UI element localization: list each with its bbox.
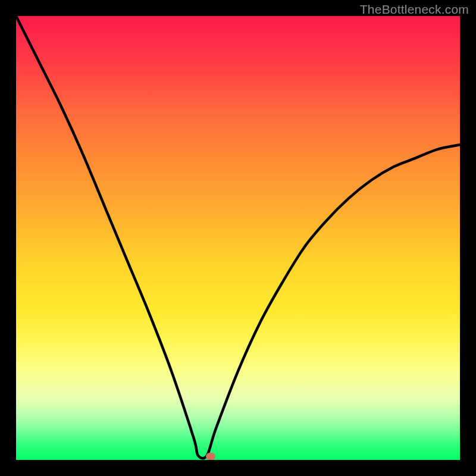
plot-area bbox=[16, 16, 460, 460]
chart-frame: TheBottleneck.com bbox=[0, 0, 476, 476]
bottleneck-curve bbox=[16, 16, 460, 460]
watermark-text: TheBottleneck.com bbox=[360, 2, 469, 17]
optimum-marker bbox=[206, 453, 215, 460]
curve-path bbox=[16, 16, 460, 458]
